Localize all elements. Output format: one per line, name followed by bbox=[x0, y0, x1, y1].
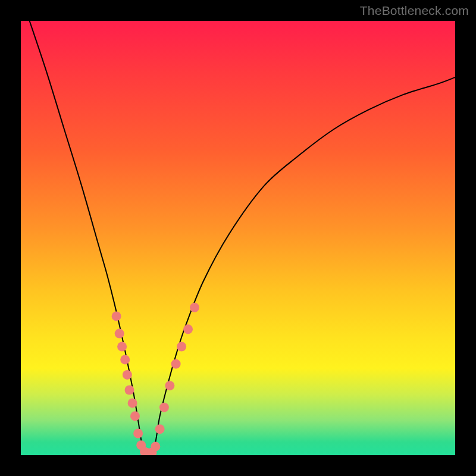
curve-marker bbox=[120, 355, 130, 364]
curve-marker bbox=[117, 342, 127, 352]
curve-marker bbox=[130, 411, 140, 421]
curve-marker bbox=[165, 381, 174, 390]
curve-marker bbox=[112, 311, 121, 321]
chart-frame: TheBottleneck.com bbox=[0, 0, 476, 476]
curve-marker bbox=[183, 324, 193, 334]
curve-marker bbox=[155, 424, 165, 434]
curve-marker bbox=[115, 329, 124, 339]
bottleneck-curve-svg bbox=[21, 21, 455, 455]
curve-marker bbox=[177, 342, 186, 352]
curve-marker bbox=[133, 429, 143, 439]
curve-marker bbox=[151, 441, 160, 451]
curve-marker bbox=[171, 359, 181, 369]
bottleneck-curve-path bbox=[30, 21, 455, 455]
curve-marker bbox=[190, 303, 199, 312]
curve-marker bbox=[125, 386, 134, 395]
curve-marker bbox=[123, 370, 132, 380]
plot-area bbox=[21, 21, 455, 455]
curve-marker bbox=[159, 403, 169, 412]
watermark-text: TheBottleneck.com bbox=[360, 4, 469, 18]
curve-marker bbox=[128, 398, 137, 408]
